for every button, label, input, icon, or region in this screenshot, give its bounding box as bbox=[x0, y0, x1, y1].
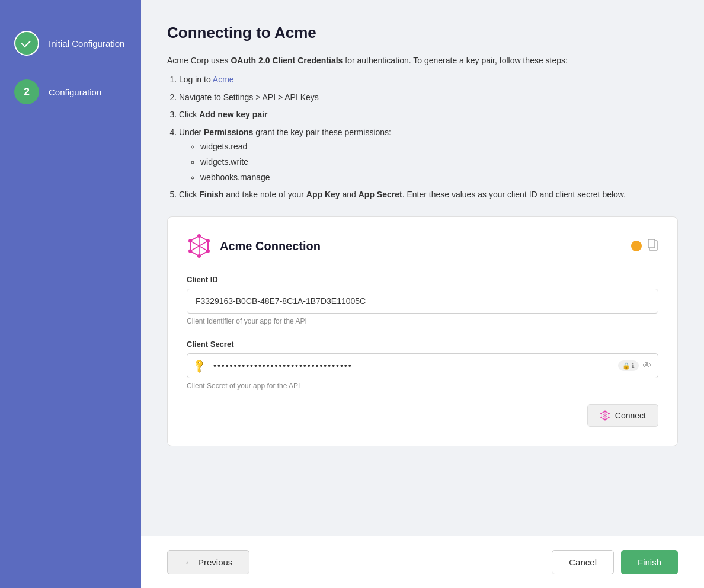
permission-1: widgets.read bbox=[200, 140, 678, 154]
intro-end: for authentication. To generate a key pa… bbox=[343, 56, 568, 65]
secret-right-icons: 🔒 ℹ 👁 bbox=[618, 360, 652, 371]
status-dot-icon bbox=[631, 241, 642, 251]
sidebar-item-label-1: Initial Configuration bbox=[49, 39, 124, 49]
sidebar-item-initial-configuration[interactable]: Initial Configuration bbox=[0, 19, 141, 68]
step-instruction-1: Log in to Acme bbox=[179, 73, 678, 87]
step-2-badge: 2 bbox=[14, 79, 39, 104]
cancel-button[interactable]: Cancel bbox=[552, 550, 614, 574]
client-id-label: Client ID bbox=[187, 275, 658, 284]
step-instruction-2: Navigate to Settings > API > API Keys bbox=[179, 91, 678, 105]
card-header: Acme Connection bbox=[187, 234, 658, 258]
sidebar-item-configuration[interactable]: 2 Configuration bbox=[0, 68, 141, 116]
finish-button[interactable]: Finish bbox=[621, 550, 678, 574]
page-title: Connecting to Acme bbox=[167, 24, 678, 42]
client-secret-label: Client Secret bbox=[187, 340, 658, 349]
previous-button-label: Previous bbox=[198, 557, 232, 567]
step-instruction-3: Click Add new key pair bbox=[179, 108, 678, 122]
client-id-field-group: Client ID Client Identifier of your app … bbox=[187, 275, 658, 325]
client-secret-hint: Client Secret of your app for the API bbox=[187, 382, 658, 390]
connect-button[interactable]: Connect bbox=[587, 404, 658, 427]
arrow-left-icon: ← bbox=[184, 557, 193, 567]
step-1-badge bbox=[14, 31, 39, 56]
sidebar: Initial Configuration 2 Configuration bbox=[0, 0, 141, 588]
intro-bold: OAuth 2.0 Client Credentials bbox=[231, 56, 343, 65]
connection-card: Acme Connection Client ID bbox=[167, 216, 678, 446]
intro-text: Acme Corp uses bbox=[167, 56, 231, 65]
step-instruction-5: Click Finish and take note of your App K… bbox=[179, 188, 678, 202]
lock-icon: 🔒 bbox=[622, 362, 631, 370]
client-secret-wrapper: 🔑 🔒 ℹ 👁 bbox=[187, 353, 658, 378]
action-buttons: Cancel Finish bbox=[552, 550, 678, 574]
client-id-input[interactable] bbox=[187, 289, 658, 314]
clipboard-icon[interactable] bbox=[648, 239, 658, 254]
acme-link[interactable]: Acme bbox=[213, 75, 234, 84]
acme-logo-icon bbox=[187, 234, 212, 258]
sidebar-item-label-2: Configuration bbox=[49, 87, 101, 97]
card-title: Acme Connection bbox=[220, 239, 321, 253]
key-icon: 🔑 bbox=[191, 357, 207, 374]
connect-button-label: Connect bbox=[615, 411, 646, 420]
bottom-nav: ← Previous Cancel Finish bbox=[141, 536, 704, 588]
previous-button[interactable]: ← Previous bbox=[167, 550, 249, 574]
instructions-block: Acme Corp uses OAuth 2.0 Client Credenti… bbox=[167, 54, 678, 202]
connect-logo-icon bbox=[600, 410, 610, 421]
permission-2: widgets.write bbox=[200, 155, 678, 170]
client-secret-input[interactable] bbox=[210, 354, 618, 378]
permission-3: webhooks.manage bbox=[200, 171, 678, 185]
lock-badge: 🔒 ℹ bbox=[618, 360, 639, 371]
client-id-hint: Client Identifier of your app for the AP… bbox=[187, 317, 658, 325]
info-icon: ℹ bbox=[632, 362, 635, 370]
finish-button-label: Finish bbox=[638, 557, 661, 567]
card-title-group: Acme Connection bbox=[187, 234, 321, 258]
card-footer: Connect bbox=[187, 404, 658, 427]
cancel-button-label: Cancel bbox=[569, 557, 597, 567]
card-actions bbox=[631, 239, 658, 254]
step-instruction-4: Under Permissions grant the key pair the… bbox=[179, 126, 678, 184]
eye-icon[interactable]: 👁 bbox=[642, 360, 652, 371]
svg-rect-11 bbox=[648, 239, 655, 248]
client-secret-field-group: Client Secret 🔑 🔒 ℹ 👁 Client Secret of bbox=[187, 340, 658, 390]
main-area: Connecting to Acme Acme Corp uses OAuth … bbox=[141, 0, 704, 588]
